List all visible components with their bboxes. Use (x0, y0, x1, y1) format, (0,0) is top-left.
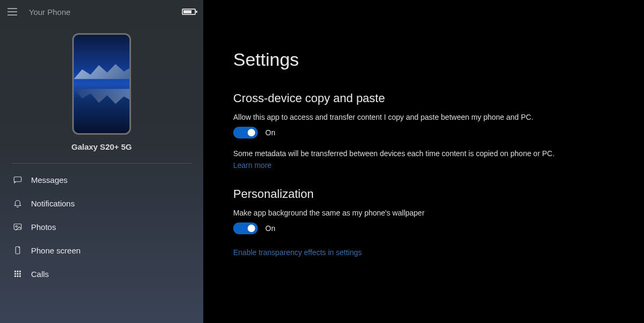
sidebar-item-calls[interactable]: Calls (0, 262, 203, 286)
svg-point-5 (17, 271, 18, 272)
setting-description: Allow this app to access and transfer co… (233, 113, 623, 121)
sidebar-item-phone-screen[interactable]: Phone screen (0, 239, 203, 262)
dialpad-icon (12, 268, 24, 280)
page-title: Settings (233, 49, 623, 70)
transparency-link[interactable]: Enable transparency effects in settings (233, 248, 362, 257)
hamburger-icon[interactable] (7, 5, 20, 18)
section-personalization: Personalization Make app background the … (233, 187, 623, 257)
sidebar-item-photos[interactable]: Photos (0, 215, 203, 239)
clipboard-note: Some metadata will be transferred betwee… (233, 149, 623, 158)
device-name: Galaxy S20+ 5G (72, 142, 132, 151)
sidebar-item-label: Notifications (31, 199, 75, 208)
svg-point-12 (19, 275, 20, 276)
sidebar-item-label: Photos (31, 222, 56, 232)
learn-more-link[interactable]: Learn more (233, 161, 272, 170)
setting-description: Make app background the same as my phone… (233, 209, 623, 217)
sidebar: Your Phone Galaxy S20+ 5G Messages (0, 0, 203, 323)
toggle-state-label: On (265, 224, 275, 233)
sidebar-item-label: Calls (31, 270, 49, 279)
svg-point-4 (14, 271, 16, 272)
bell-icon (12, 197, 24, 209)
section-clipboard: Cross-device copy and paste Allow this a… (233, 91, 623, 170)
sidebar-item-messages[interactable]: Messages (0, 168, 203, 191)
toggle-personalization[interactable] (233, 222, 258, 234)
divider (12, 163, 191, 164)
toggle-row-personalization: On (233, 222, 623, 234)
sidebar-item-notifications[interactable]: Notifications (0, 191, 203, 215)
phone-screen-icon (12, 244, 24, 256)
sidebar-item-label: Phone screen (31, 246, 81, 255)
app-root: Your Phone Galaxy S20+ 5G Messages (0, 0, 644, 323)
sidebar-item-label: Messages (31, 175, 67, 184)
svg-point-7 (14, 273, 16, 274)
photos-icon (12, 221, 24, 233)
toggle-clipboard[interactable] (233, 127, 258, 139)
svg-rect-0 (14, 177, 21, 182)
section-heading: Personalization (233, 187, 623, 201)
svg-rect-3 (16, 247, 20, 254)
app-title: Your Phone (29, 7, 71, 17)
svg-point-8 (17, 273, 18, 274)
toggle-row-clipboard: On (233, 127, 623, 139)
svg-point-2 (16, 226, 17, 227)
battery-icon (182, 9, 196, 15)
phone-preview: Galaxy S20+ 5G (0, 33, 203, 151)
message-icon (12, 174, 24, 186)
svg-point-9 (19, 273, 20, 274)
section-heading: Cross-device copy and paste (233, 91, 623, 105)
sidebar-nav: Messages Notifications Photos Phone scre… (0, 168, 203, 286)
phone-frame[interactable] (72, 33, 131, 135)
svg-point-6 (19, 271, 20, 272)
svg-point-11 (17, 275, 18, 276)
toggle-state-label: On (265, 128, 275, 137)
svg-point-10 (14, 275, 16, 276)
main-content: Settings Cross-device copy and paste All… (203, 0, 644, 323)
sidebar-header: Your Phone (0, 0, 203, 24)
